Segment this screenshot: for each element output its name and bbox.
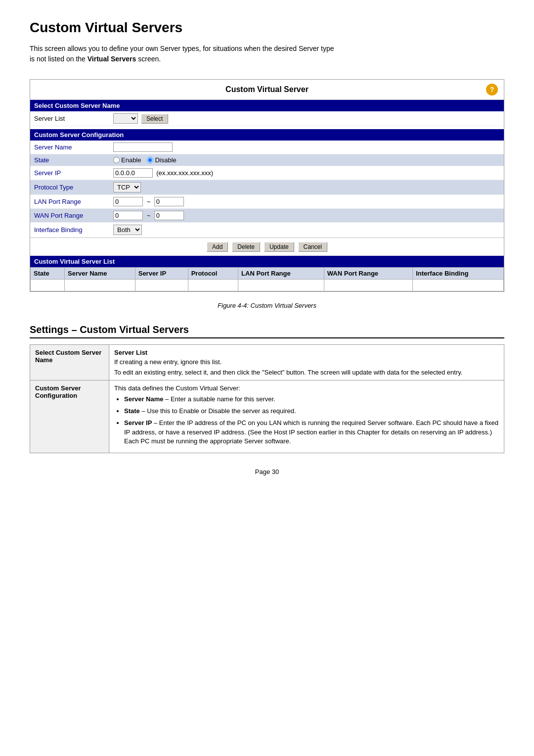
- button-row: Add Delete Update Cancel: [30, 237, 504, 256]
- lan-port-cell: ~: [109, 195, 504, 209]
- content-item-1-0: If creating a new entry, ignore this lis…: [114, 358, 499, 366]
- content-title-1: Server List: [114, 349, 499, 356]
- server-ip-row: Server IP (ex.xxx.xxx.xxx.xxx): [30, 166, 504, 180]
- wan-tilde: ~: [145, 212, 153, 219]
- settings-label-1: Select Custom Server Name: [30, 345, 109, 380]
- lan-port-label: LAN Port Range: [30, 195, 109, 209]
- disable-label-text: Disable: [155, 156, 176, 164]
- server-name-desc: – Enter a suitable name for this server.: [164, 395, 275, 403]
- col-lan-port: LAN Port Range: [238, 268, 324, 280]
- intro-bold: Virtual Servers: [88, 55, 136, 63]
- server-list-cell: Select: [109, 111, 504, 126]
- server-name-row: Server Name: [30, 141, 504, 154]
- table-row: [31, 280, 504, 291]
- lan-port-row: LAN Port Range ~: [30, 195, 504, 209]
- settings-intro: This data defines the Custom Virtual Ser…: [114, 384, 499, 392]
- protocol-label: Protocol Type: [30, 180, 109, 195]
- wan-port-row: WAN Port Range ~: [30, 209, 504, 223]
- interface-select[interactable]: Both WAN LAN: [113, 225, 142, 235]
- select-button[interactable]: Select: [141, 114, 168, 124]
- list-table-header-row: State Server Name Server IP Protocol LAN…: [31, 268, 504, 280]
- settings-title: Settings – Custom Virtual Servers: [30, 324, 504, 338]
- content-item-1-1: To edit an existing entry, select it, an…: [114, 369, 499, 376]
- empty-cell-5: [238, 280, 324, 291]
- server-name-label: Server Name: [30, 141, 109, 154]
- col-wan-port: WAN Port Range: [324, 268, 412, 280]
- figure-caption: Figure 4-4: Custom Virtual Servers: [30, 302, 504, 309]
- add-button[interactable]: Add: [207, 242, 228, 252]
- settings-label-2: Custom Server Configuration: [30, 380, 109, 453]
- wan-port-label: WAN Port Range: [30, 209, 109, 223]
- state-radio-group: Enable Disable: [113, 156, 500, 164]
- protocol-cell: TCP UDP Both: [109, 180, 504, 195]
- select-section-header: Select Custom Server Name: [30, 100, 504, 111]
- lan-port-to-input[interactable]: [154, 197, 184, 206]
- col-protocol: Protocol: [188, 268, 238, 280]
- intro-text-2: is not listed on the: [30, 55, 88, 63]
- interface-cell: Both WAN LAN: [109, 223, 504, 237]
- server-name-cell: [109, 141, 504, 154]
- list-table-body: [31, 280, 504, 291]
- server-list-controls: Select: [113, 113, 500, 124]
- server-name-bold: Server Name: [124, 395, 164, 403]
- config-form-table: Server Name State Enable Disable: [30, 141, 504, 237]
- state-row: State Enable Disable: [30, 154, 504, 166]
- state-label: State: [30, 154, 109, 166]
- enable-label-text: Enable: [121, 156, 141, 164]
- enable-radio[interactable]: [113, 157, 120, 163]
- server-ip-hint: (ex.xxx.xxx.xxx.xxx): [156, 169, 213, 177]
- empty-cell-4: [188, 280, 238, 291]
- server-ip-desc: – Enter the IP address of the PC on you …: [124, 419, 498, 444]
- server-list-label: Server List: [30, 111, 109, 126]
- server-ip-input[interactable]: [113, 168, 153, 178]
- wan-port-from-input[interactable]: [113, 211, 143, 220]
- server-ip-label: Server IP: [30, 166, 109, 180]
- server-list-row-tr: Server List Select: [30, 111, 504, 126]
- state-bold: State: [124, 407, 140, 415]
- custom-virtual-server-panel: Custom Virtual Server ? Select Custom Se…: [30, 79, 504, 292]
- server-list-table: State Server Name Server IP Protocol LAN…: [30, 267, 504, 291]
- protocol-row: Protocol Type TCP UDP Both: [30, 180, 504, 195]
- lan-tilde: ~: [145, 198, 153, 205]
- server-list-select[interactable]: [113, 113, 138, 124]
- empty-cell-6: [324, 280, 412, 291]
- empty-cell-7: [413, 280, 504, 291]
- list-section-header: Custom Virtual Server List: [30, 256, 504, 267]
- settings-tbody: Select Custom Server Name Server List If…: [30, 345, 504, 453]
- server-ip-bold: Server IP: [124, 419, 152, 426]
- settings-content-2: This data defines the Custom Virtual Ser…: [109, 380, 504, 453]
- update-button[interactable]: Update: [264, 242, 294, 252]
- enable-radio-label[interactable]: Enable: [113, 156, 141, 164]
- panel-header: Custom Virtual Server ?: [30, 80, 504, 100]
- col-interface: Interface Binding: [413, 268, 504, 280]
- empty-cell-3: [135, 280, 188, 291]
- list-table-header: State Server Name Server IP Protocol LAN…: [31, 268, 504, 280]
- server-name-input[interactable]: [113, 142, 173, 152]
- protocol-select[interactable]: TCP UDP Both: [113, 182, 141, 192]
- state-desc: – Use this to Enable or Disable the serv…: [140, 407, 296, 415]
- wan-port-cell: ~: [109, 209, 504, 223]
- settings-item-server-name: Server Name – Enter a suitable name for …: [124, 395, 499, 404]
- settings-list: Server Name – Enter a suitable name for …: [114, 395, 499, 446]
- select-form-table: Server List Select: [30, 111, 504, 126]
- settings-item-server-ip: Server IP – Enter the IP address of the …: [124, 419, 499, 446]
- col-state: State: [31, 268, 65, 280]
- disable-radio-label[interactable]: Disable: [147, 156, 176, 164]
- server-ip-cell: (ex.xxx.xxx.xxx.xxx): [109, 166, 504, 180]
- empty-cell-2: [65, 280, 135, 291]
- interface-label: Interface Binding: [30, 223, 109, 237]
- settings-content-1: Server List If creating a new entry, ign…: [109, 345, 504, 380]
- config-section-header: Custom Server Configuration: [30, 129, 504, 141]
- disable-radio[interactable]: [147, 157, 153, 163]
- intro-text-3: screen.: [136, 55, 161, 63]
- col-server-name: Server Name: [65, 268, 135, 280]
- page-number: Page 30: [30, 468, 504, 475]
- lan-port-from-input[interactable]: [113, 197, 143, 206]
- cancel-button[interactable]: Cancel: [298, 242, 327, 252]
- help-icon[interactable]: ?: [486, 84, 498, 95]
- wan-port-to-input[interactable]: [154, 211, 184, 220]
- panel-title: Custom Virtual Server: [48, 85, 486, 94]
- intro-paragraph: This screen allows you to define your ow…: [30, 44, 504, 64]
- delete-button[interactable]: Delete: [232, 242, 260, 252]
- state-cell: Enable Disable: [109, 154, 504, 166]
